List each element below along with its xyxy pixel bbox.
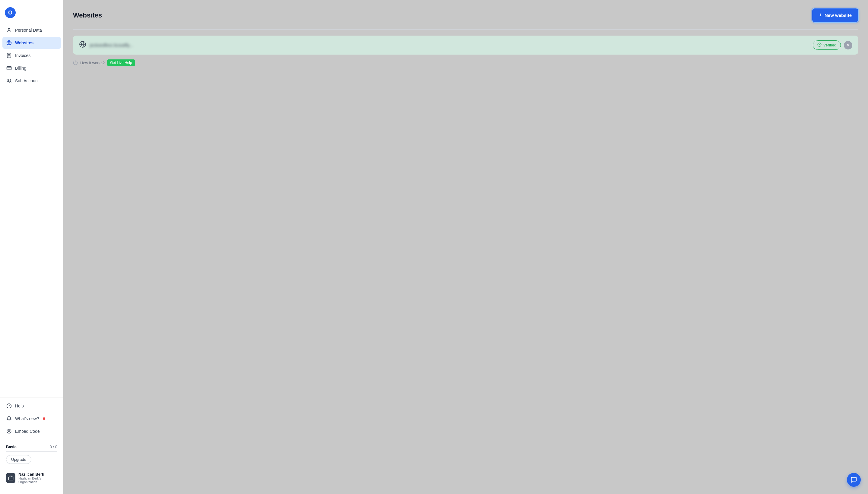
svg-point-6 — [8, 431, 10, 432]
sidebar-nav: Personal Data Websites Invoices — [0, 24, 63, 397]
plan-count: 0 / 0 — [50, 444, 57, 449]
website-card-left: jectivesflinci.Scoutifly... — [79, 41, 133, 50]
sidebar-item-personal-data-label: Personal Data — [15, 28, 42, 33]
bottom-nav: Help What's new? Embed Code — [2, 400, 61, 437]
user-section: Nazlican Berk Nazlican Berk's Organizati… — [2, 469, 61, 487]
sidebar-item-whats-new[interactable]: What's new? — [2, 413, 61, 425]
user-info: Nazlican Berk Nazlican Berk's Organizati… — [18, 472, 57, 484]
sidebar-item-websites-label: Websites — [15, 40, 34, 45]
sidebar-item-embed-code-label: Embed Code — [15, 429, 40, 434]
get-live-help-button[interactable]: Get Live Help — [107, 59, 135, 66]
svg-rect-8 — [8, 477, 13, 480]
sidebar-item-invoices-label: Invoices — [15, 53, 31, 58]
page-title: Websites — [73, 12, 102, 19]
svg-rect-3 — [7, 66, 12, 70]
how-it-works-label: How it works? — [80, 61, 105, 65]
sidebar-item-invoices[interactable]: Invoices — [2, 50, 61, 61]
upgrade-button[interactable]: Upgrade — [6, 455, 31, 464]
main-content: Websites + New website jectivesflinci.Sc… — [63, 0, 868, 494]
website-card: jectivesflinci.Scoutifly... Verified — [73, 36, 859, 55]
avatar — [6, 473, 15, 483]
sidebar-item-websites[interactable]: Websites — [2, 37, 61, 49]
sidebar-item-billing-label: Billing — [15, 66, 26, 71]
question-icon — [73, 60, 78, 65]
chat-bubble-button[interactable] — [847, 473, 861, 487]
plan-name: Basic — [6, 444, 17, 449]
invoice-icon — [6, 53, 12, 58]
plan-section: Basic 0 / 0 Upgrade — [2, 441, 61, 466]
globe-nav-icon — [6, 40, 12, 46]
svg-point-0 — [8, 28, 10, 30]
app-logo[interactable]: O — [5, 7, 16, 18]
sidebar-item-sub-account[interactable]: Sub Account — [2, 75, 61, 87]
main-header: Websites + New website — [73, 8, 859, 22]
sidebar-item-embed-code[interactable]: Embed Code — [2, 425, 61, 437]
sidebar-item-whats-new-label: What's new? — [15, 416, 39, 421]
check-icon — [817, 42, 822, 48]
billing-icon — [6, 65, 12, 71]
website-card-right: Verified — [813, 40, 852, 50]
plan-progress-bar — [6, 451, 57, 452]
svg-point-7 — [7, 429, 11, 433]
user-name: Nazlican Berk — [18, 472, 57, 476]
sidebar-item-billing[interactable]: Billing — [2, 62, 61, 74]
sub-account-icon — [6, 78, 12, 84]
website-globe-icon — [79, 41, 86, 50]
sidebar-item-personal-data[interactable]: Personal Data — [2, 24, 61, 36]
bell-icon — [6, 416, 12, 422]
remove-website-button[interactable] — [844, 41, 852, 50]
website-url: jectivesflinci.Scoutifly... — [90, 43, 133, 48]
help-icon — [6, 403, 12, 409]
sidebar-item-help[interactable]: Help — [2, 400, 61, 412]
verified-badge: Verified — [813, 40, 841, 50]
svg-point-4 — [8, 79, 9, 81]
person-icon — [6, 27, 12, 33]
new-website-button[interactable]: + New website — [812, 8, 859, 22]
sidebar-item-sub-account-label: Sub Account — [15, 78, 39, 83]
new-website-label: New website — [825, 13, 852, 18]
verified-label: Verified — [823, 43, 836, 48]
notification-dot — [43, 417, 45, 420]
sidebar-item-help-label: Help — [15, 403, 24, 408]
sidebar-bottom: Help What's new? Embed Code — [0, 397, 63, 489]
how-it-works: How it works? Get Live Help — [73, 59, 859, 66]
user-org: Nazlican Berk's Organization — [18, 476, 57, 484]
header-divider — [73, 29, 859, 30]
plus-icon: + — [819, 12, 822, 18]
sidebar: O Personal Data Websites — [0, 0, 63, 494]
embed-icon — [6, 428, 12, 434]
sidebar-logo: O — [0, 5, 63, 24]
